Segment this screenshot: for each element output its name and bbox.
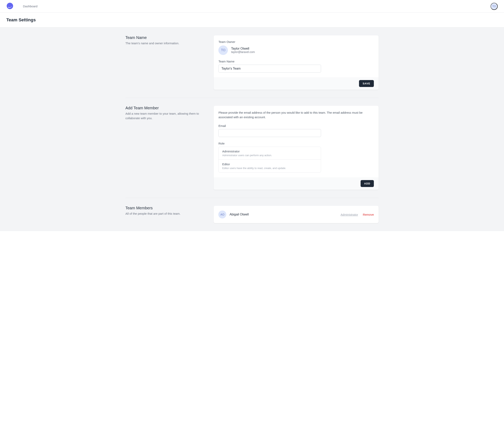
team-name-label: Team Name: [218, 60, 374, 63]
nav-left: Dashboard: [6, 2, 37, 10]
top-nav: Dashboard TO: [0, 0, 504, 13]
section-divider: [126, 98, 378, 98]
add-member-help: Please provide the email address of the …: [218, 110, 374, 119]
member-initials: AO: [220, 213, 224, 216]
logo-icon: [6, 2, 14, 10]
role-description: Editor users have the ability to read, c…: [222, 167, 317, 170]
owner-initials: TO: [221, 49, 225, 52]
team-name-card: Team Owner TO Taylor Otwell taylor@larav…: [214, 35, 378, 90]
user-initials: TO: [492, 5, 496, 8]
section-description: All of the people that are part of this …: [126, 211, 209, 216]
section-team-members: Team Members All of the people that are …: [126, 206, 378, 223]
role-option-editor[interactable]: Editor Editor users have the ability to …: [218, 160, 321, 172]
logo-link[interactable]: [6, 2, 14, 10]
member-role-button[interactable]: Administrator: [341, 213, 358, 216]
member-avatar: AO: [218, 210, 226, 219]
owner-avatar: TO: [218, 46, 228, 55]
section-add-member: Add Team Member Add a new team member to…: [126, 106, 378, 190]
add-member-card: Please provide the email address of the …: [214, 106, 378, 190]
page-title: Team Settings: [6, 17, 498, 22]
section-description: The team's name and owner information.: [126, 41, 209, 46]
page-header: Team Settings: [0, 13, 504, 28]
role-list: Administrator Administrator users can pe…: [218, 147, 321, 172]
nav-dashboard-link[interactable]: Dashboard: [23, 4, 37, 8]
team-owner-label: Team Owner: [218, 40, 374, 44]
owner-row: TO Taylor Otwell taylor@laravel.com: [218, 46, 374, 55]
save-button[interactable]: SAVE: [359, 80, 374, 87]
team-name-input[interactable]: [218, 65, 321, 72]
owner-info: Taylor Otwell taylor@laravel.com: [231, 47, 255, 53]
section-divider: [126, 198, 378, 198]
section-team-name: Team Name The team's name and owner info…: [126, 35, 378, 90]
role-description: Administrator users can perform any acti…: [222, 154, 317, 157]
member-row: AO Abigail Otwell Administrator Remove: [218, 210, 374, 219]
role-title: Editor: [222, 163, 317, 166]
role-title: Administrator: [222, 150, 317, 153]
owner-name: Taylor Otwell: [231, 47, 255, 51]
role-label: Role: [218, 142, 374, 145]
user-menu-button[interactable]: TO: [490, 3, 498, 10]
member-info: AO Abigail Otwell: [218, 210, 249, 219]
section-title: Team Name: [126, 35, 209, 40]
add-button[interactable]: ADD: [360, 180, 374, 187]
members-card: AO Abigail Otwell Administrator Remove: [214, 206, 378, 223]
section-description: Add a new team member to your team, allo…: [126, 112, 209, 120]
section-title: Team Members: [126, 206, 209, 210]
owner-email: taylor@laravel.com: [231, 51, 255, 53]
section-title: Add Team Member: [126, 106, 209, 110]
member-name: Abigail Otwell: [230, 213, 249, 216]
main-content: Team Name The team's name and owner info…: [0, 28, 504, 231]
role-option-administrator[interactable]: Administrator Administrator users can pe…: [218, 147, 321, 160]
member-actions: Administrator Remove: [341, 213, 374, 216]
email-input[interactable]: [218, 129, 321, 137]
email-label: Email: [218, 124, 374, 128]
svg-point-0: [7, 2, 13, 9]
member-remove-button[interactable]: Remove: [363, 213, 374, 216]
